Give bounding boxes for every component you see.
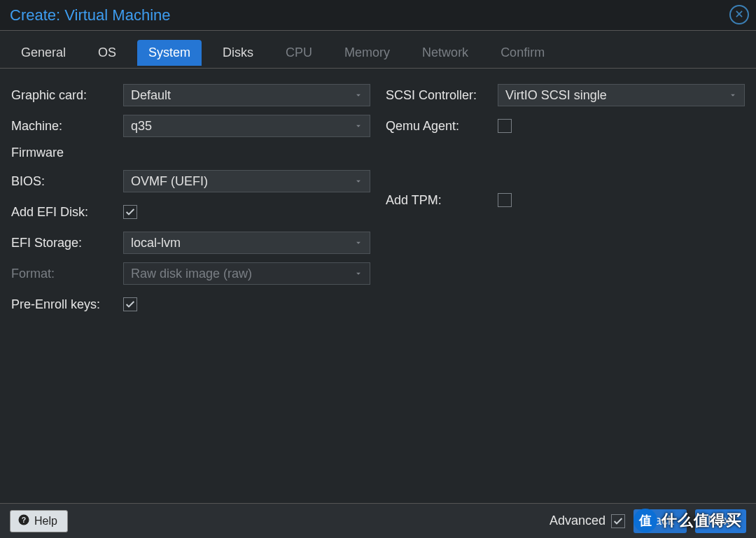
tab-disks[interactable]: Disks [211, 40, 265, 66]
section-firmware: Firmware [11, 146, 370, 160]
select-format: Raw disk image (raw) [123, 262, 370, 285]
chevron-down-icon [351, 88, 365, 102]
label-bios: BIOS: [11, 174, 123, 189]
titlebar: Create: Virtual Machine [0, 0, 756, 31]
spacer [386, 146, 745, 189]
label-efi-storage: EFI Storage: [11, 236, 123, 250]
help-button[interactable]: ? Help [10, 510, 68, 532]
row-qemu-agent: Qemu Agent: [386, 115, 745, 137]
advanced-label: Advanced [550, 514, 606, 528]
tab-network: Network [411, 40, 479, 66]
form-left-column: Graphic card: Default Machine: q35 Firmw… [11, 84, 370, 488]
row-efi-storage: EFI Storage: local-lvm [11, 232, 370, 254]
advanced-toggle[interactable]: Advanced [550, 514, 625, 528]
tab-general[interactable]: General [10, 40, 77, 66]
checkbox-pre-enroll-keys[interactable] [123, 297, 137, 311]
row-bios: BIOS: OVMF (UEFI) [11, 170, 370, 192]
dialog-title: Create: Virtual Machine [10, 6, 171, 24]
close-icon [734, 8, 744, 22]
label-add-efi-disk: Add EFI Disk: [11, 205, 123, 220]
select-scsi-controller-value: VirtIO SCSI single [505, 88, 607, 103]
select-efi-storage[interactable]: local-lvm [123, 232, 370, 254]
row-scsi-controller: SCSI Controller: VirtIO SCSI single [386, 84, 745, 106]
label-qemu-agent: Qemu Agent: [386, 119, 498, 134]
row-add-efi-disk: Add EFI Disk: [11, 201, 370, 223]
row-format: Format: Raw disk image (raw) [11, 262, 370, 285]
svg-text:?: ? [22, 515, 26, 523]
back-button[interactable]: Back [634, 509, 687, 533]
help-icon: ? [18, 514, 30, 529]
footer-right: Advanced Back Next [550, 509, 746, 533]
form-body: Graphic card: Default Machine: q35 Firmw… [0, 69, 756, 503]
tab-os[interactable]: OS [87, 40, 127, 66]
chevron-down-icon [351, 267, 365, 281]
tab-memory: Memory [333, 40, 401, 66]
row-machine: Machine: q35 [11, 115, 370, 137]
label-add-tpm: Add TPM: [386, 193, 498, 208]
select-scsi-controller[interactable]: VirtIO SCSI single [498, 84, 745, 106]
checkbox-add-efi-disk[interactable] [123, 205, 137, 219]
select-graphic-card-value: Default [131, 88, 171, 103]
label-graphic-card: Graphic card: [11, 88, 123, 103]
select-machine-value: q35 [131, 119, 152, 134]
chevron-down-icon [351, 119, 365, 133]
select-bios[interactable]: OVMF (UEFI) [123, 170, 370, 192]
checkbox-add-tpm[interactable] [498, 193, 512, 207]
tab-cpu: CPU [274, 40, 323, 66]
label-scsi-controller: SCSI Controller: [386, 88, 498, 103]
select-graphic-card[interactable]: Default [123, 84, 370, 106]
label-pre-enroll-keys: Pre-Enroll keys: [11, 297, 123, 312]
tab-system[interactable]: System [137, 40, 202, 66]
form-right-column: SCSI Controller: VirtIO SCSI single Qemu… [386, 84, 745, 488]
select-format-value: Raw disk image (raw) [131, 267, 252, 281]
help-button-label: Help [34, 515, 57, 528]
footer: ? Help Advanced Back Next 值 什么值得买 [0, 503, 756, 538]
chevron-down-icon [351, 174, 365, 188]
row-pre-enroll-keys: Pre-Enroll keys: [11, 293, 370, 316]
wizard-tabs: General OS System Disks CPU Memory Netwo… [0, 31, 756, 69]
close-button[interactable] [729, 5, 749, 24]
row-graphic-card: Graphic card: Default [11, 84, 370, 106]
checkbox-qemu-agent[interactable] [498, 119, 512, 133]
select-machine[interactable]: q35 [123, 115, 370, 137]
label-format: Format: [11, 267, 123, 281]
next-button[interactable]: Next [695, 509, 746, 533]
tab-confirm: Confirm [489, 40, 556, 66]
row-add-tpm: Add TPM: [386, 189, 745, 211]
chevron-down-icon [726, 88, 740, 102]
label-machine: Machine: [11, 119, 123, 134]
select-efi-storage-value: local-lvm [131, 236, 181, 250]
select-bios-value: OVMF (UEFI) [131, 174, 208, 189]
chevron-down-icon [351, 236, 365, 250]
checkbox-advanced[interactable] [611, 514, 625, 528]
